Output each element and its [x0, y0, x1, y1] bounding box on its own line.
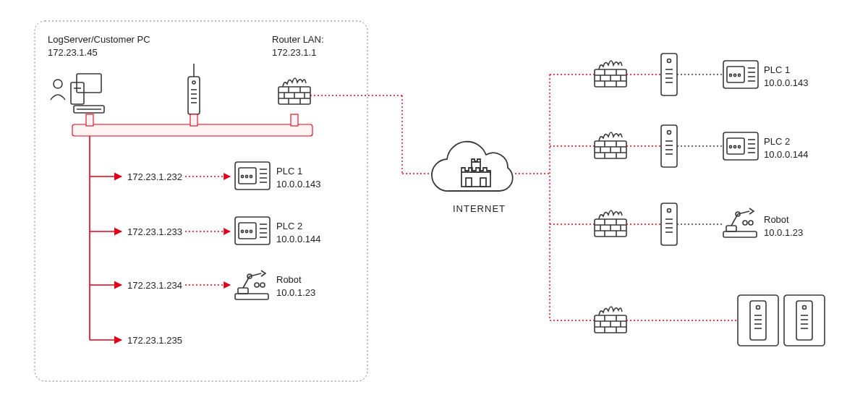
virtual-ip-2: 172.23.1.233 — [127, 226, 182, 239]
lan-bus — [72, 124, 312, 136]
virtual-ip-1: 172.23.1.232 — [127, 171, 182, 184]
svg-point-76 — [668, 59, 671, 63]
device-right-3: Robot 10.0.1.23 — [764, 213, 803, 239]
svg-point-141 — [743, 221, 747, 225]
device-left-1: PLC 1 10.0.0.143 — [276, 165, 320, 190]
svg-point-156 — [757, 306, 760, 310]
router-icon-r1 — [661, 54, 677, 95]
router-icon-r3 — [661, 203, 677, 245]
plc2-icon-left — [235, 217, 270, 244]
svg-line-139 — [738, 211, 749, 214]
router-icon — [188, 64, 200, 114]
svg-rect-136 — [723, 231, 757, 237]
svg-rect-2 — [71, 82, 84, 104]
svg-rect-13 — [278, 87, 310, 104]
svg-point-42 — [250, 230, 252, 232]
user-icon — [51, 80, 65, 100]
firewall-icon-r1 — [595, 61, 626, 87]
plc2-icon-right — [723, 132, 758, 160]
svg-point-140 — [736, 212, 740, 216]
svg-point-111 — [729, 145, 731, 148]
svg-rect-91 — [595, 141, 626, 158]
svg-rect-162 — [796, 301, 812, 340]
svg-rect-25 — [291, 114, 298, 126]
plc1-icon-right — [723, 61, 758, 88]
router-icon-r2 — [661, 125, 677, 167]
device-right-1: PLC 1 10.0.0.143 — [764, 64, 808, 89]
svg-point-142 — [749, 221, 753, 225]
svg-rect-137 — [726, 226, 736, 231]
svg-rect-23 — [86, 114, 93, 126]
svg-rect-24 — [190, 114, 197, 126]
internet-cloud-icon — [432, 142, 513, 191]
svg-rect-56 — [480, 178, 486, 187]
svg-rect-39 — [239, 223, 256, 239]
virtual-ip-4: 172.23.1.235 — [127, 334, 182, 347]
svg-rect-109 — [723, 132, 758, 160]
svg-point-31 — [241, 175, 243, 177]
svg-point-33 — [250, 175, 252, 177]
svg-rect-55 — [466, 178, 472, 187]
svg-point-86 — [738, 74, 740, 76]
gateway-pair-icon-2 — [784, 295, 825, 346]
logserver-label: LogServer/Customer PC 172.23.1.45 — [48, 33, 150, 59]
robot-icon-right — [723, 208, 757, 237]
svg-point-113 — [738, 145, 740, 148]
svg-rect-143 — [595, 315, 626, 333]
svg-point-0 — [54, 80, 62, 88]
svg-point-32 — [245, 175, 247, 177]
svg-rect-4 — [74, 106, 104, 113]
svg-line-138 — [731, 214, 738, 226]
svg-point-40 — [241, 230, 243, 232]
svg-point-130 — [668, 209, 671, 213]
internet-label: INTERNET — [453, 203, 506, 216]
svg-rect-129 — [661, 203, 677, 245]
firewall-icon-lan — [278, 78, 310, 104]
virtual-ip-3: 172.23.1.234 — [127, 279, 182, 292]
pc-icon — [71, 74, 104, 113]
robot-icon-left — [235, 271, 268, 299]
svg-rect-83 — [727, 67, 744, 82]
svg-point-52 — [255, 283, 259, 287]
firewall-icon-r3 — [595, 210, 626, 237]
svg-rect-47 — [235, 294, 268, 299]
gateway-pair-icon — [738, 295, 778, 346]
firewall-icon-r4 — [595, 307, 626, 333]
svg-rect-118 — [595, 219, 626, 237]
svg-rect-48 — [238, 288, 248, 294]
svg-point-103 — [668, 131, 671, 135]
plc1-icon-left — [235, 162, 270, 190]
svg-rect-38 — [235, 217, 270, 244]
svg-rect-82 — [723, 61, 758, 88]
svg-point-8 — [192, 81, 195, 84]
svg-rect-29 — [235, 162, 270, 190]
svg-point-85 — [733, 74, 736, 76]
svg-rect-30 — [239, 168, 256, 184]
svg-point-112 — [733, 145, 736, 148]
svg-rect-75 — [661, 54, 677, 95]
svg-rect-110 — [727, 138, 744, 154]
firewall-icon-r2 — [595, 132, 626, 158]
svg-rect-161 — [784, 295, 825, 346]
svg-rect-64 — [595, 69, 626, 87]
svg-point-163 — [803, 306, 807, 310]
svg-point-51 — [247, 274, 252, 278]
router-lan-label: Router LAN: 172.23.1.1 — [272, 33, 324, 59]
svg-point-41 — [245, 230, 247, 232]
device-left-3: Robot 10.0.1.23 — [276, 273, 315, 299]
svg-rect-154 — [738, 295, 778, 346]
lan-boundary-box — [35, 21, 367, 381]
svg-point-84 — [729, 74, 731, 76]
svg-rect-1 — [77, 74, 101, 93]
device-left-2: PLC 2 10.0.0.144 — [276, 220, 320, 245]
svg-rect-7 — [188, 77, 200, 114]
device-right-2: PLC 2 10.0.0.144 — [764, 135, 808, 161]
svg-point-53 — [260, 283, 265, 287]
svg-rect-57 — [472, 162, 480, 172]
svg-rect-102 — [661, 125, 677, 167]
svg-line-49 — [243, 276, 250, 288]
svg-rect-155 — [750, 301, 766, 340]
svg-line-50 — [250, 273, 261, 276]
svg-rect-54 — [461, 172, 490, 187]
